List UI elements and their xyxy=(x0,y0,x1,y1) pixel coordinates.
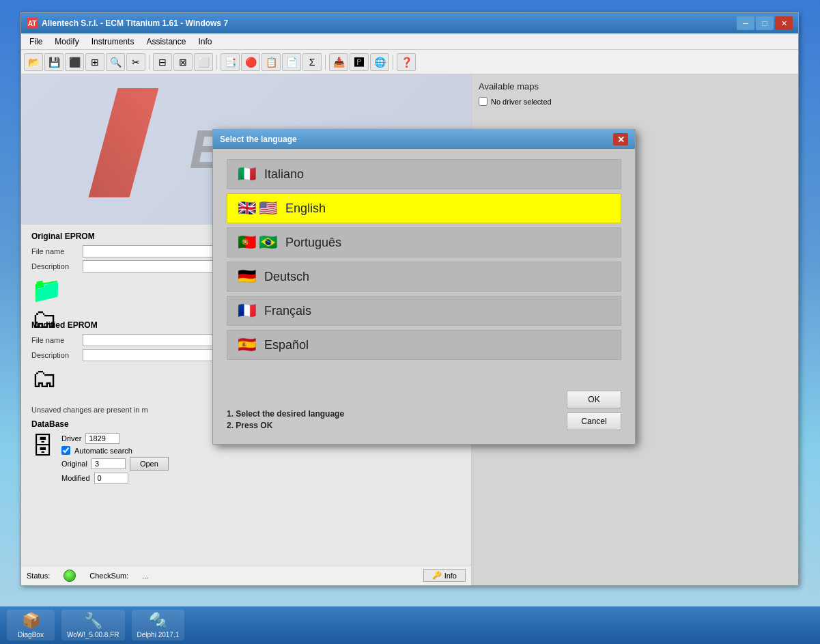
modal-instructions: 1. Select the desired language 2. Press … xyxy=(227,409,344,430)
ecm-logo-accent xyxy=(89,88,159,197)
toolbar-btn-15[interactable]: 📥 xyxy=(329,53,348,71)
flag-fr: 🇫🇷 xyxy=(238,303,256,318)
lang-item-portugues[interactable]: 🇵🇹 🇧🇷 Português xyxy=(227,227,621,257)
toolbar-btn-7[interactable]: ⊟ xyxy=(153,53,172,71)
flag-pt: 🇵🇹 xyxy=(238,235,256,250)
original-folder-icon[interactable]: 🗂 xyxy=(31,276,62,303)
toolbar-btn-5[interactable]: 🔍 xyxy=(106,53,125,71)
no-driver-row: No driver selected xyxy=(479,97,791,106)
taskbar-delphi[interactable]: 🔩 Delphi 2017.1 xyxy=(132,610,185,641)
toolbar-help[interactable]: ❓ xyxy=(397,53,416,71)
toolbar-btn-6[interactable]: ✂ xyxy=(126,53,145,71)
title-bar-left: AT Alientech S.r.l. - ECM Titanium 1.61 … xyxy=(27,18,228,29)
flag-br: 🇧🇷 xyxy=(259,235,277,250)
toolbar-btn-9[interactable]: ⬜ xyxy=(194,53,213,71)
title-bar-controls: ─ □ ✕ xyxy=(737,16,793,30)
app-title: Alientech S.r.l. - ECM Titanium 1.61 - W… xyxy=(42,18,228,28)
toolbar-btn-11[interactable]: 🔴 xyxy=(241,53,260,71)
menu-bar: File Modify Instruments Assistance Info xyxy=(21,33,798,50)
taskbar-wow[interactable]: 🔧 WoW!_5.00.8.FR xyxy=(61,610,125,641)
original-count-row: Original 3 Open xyxy=(61,457,461,471)
lang-item-espanol[interactable]: 🇪🇸 Español xyxy=(227,330,621,360)
espanol-flags: 🇪🇸 xyxy=(238,337,256,352)
toolbar-btn-14[interactable]: Σ xyxy=(302,53,322,71)
taskbar: 📦 DiagBox 🔧 WoW!_5.00.8.FR 🔩 Delphi 2017… xyxy=(0,606,820,644)
taskbar-diagbox[interactable]: 📦 DiagBox xyxy=(7,610,55,641)
status-label: Status: xyxy=(27,572,50,580)
modified-filename-label: File name xyxy=(31,336,83,344)
checksum-value: ... xyxy=(142,572,148,580)
available-maps-title: Available maps xyxy=(479,81,791,92)
toolbar-btn-12[interactable]: 📋 xyxy=(261,53,281,71)
english-flags: 🇬🇧 🇺🇸 xyxy=(238,201,277,216)
ok-button[interactable]: OK xyxy=(567,391,621,408)
modified-count-row: Modified 0 xyxy=(61,473,461,484)
diagbox-icon: 📦 xyxy=(22,612,40,630)
cancel-button[interactable]: Cancel xyxy=(567,412,621,430)
toolbar: 📂 💾 ⬛ ⊞ 🔍 ✂ ⊟ ⊠ ⬜ 📑 🔴 📋 📄 Σ 📥 🅿 🌐 ❓ xyxy=(21,50,798,74)
menu-instruments[interactable]: Instruments xyxy=(86,36,140,48)
lang-item-francais[interactable]: 🇫🇷 Français xyxy=(227,296,621,326)
original-filename-label: File name xyxy=(31,247,83,255)
menu-assistance[interactable]: Assistance xyxy=(141,36,191,48)
modal-buttons: OK Cancel xyxy=(567,391,621,430)
modal-close-button[interactable]: ✕ xyxy=(613,133,628,145)
info-icon: 🔑 xyxy=(432,571,442,580)
toolbar-open[interactable]: 📂 xyxy=(24,53,43,71)
lang-item-english[interactable]: 🇬🇧 🇺🇸 English xyxy=(227,193,621,223)
toolbar-btn-17[interactable]: 🌐 xyxy=(370,53,389,71)
italiano-name: Italiano xyxy=(264,167,610,182)
italiano-flags: 🇮🇹 xyxy=(238,167,256,182)
toolbar-sep-1 xyxy=(149,55,150,70)
wow-icon: 🔧 xyxy=(84,612,102,630)
toolbar-btn-13[interactable]: 📄 xyxy=(282,53,301,71)
espanol-name: Español xyxy=(264,338,610,352)
info-btn-label: Info xyxy=(444,572,457,580)
diagbox-label: DiagBox xyxy=(18,631,44,639)
minimize-button[interactable]: ─ xyxy=(737,16,754,30)
language-list: 🇮🇹 Italiano 🇬🇧 🇺🇸 English 🇵🇹 🇧🇷 xyxy=(227,159,621,360)
toolbar-btn-4[interactable]: ⊞ xyxy=(85,53,104,71)
info-button[interactable]: 🔑 Info xyxy=(423,569,466,582)
toolbar-btn-16[interactable]: 🅿 xyxy=(350,53,369,71)
maximize-button[interactable]: □ xyxy=(756,16,774,30)
database-folder-icon: 🗄 xyxy=(31,433,55,460)
open-button[interactable]: Open xyxy=(130,457,169,471)
toolbar-btn-10[interactable]: 📑 xyxy=(221,53,240,71)
checksum-label: CheckSum: xyxy=(89,572,128,580)
english-name: English xyxy=(285,201,610,216)
language-dialog: Select the language ✕ 🇮🇹 Italiano 🇬🇧 🇺🇸 xyxy=(212,129,636,445)
original-count-label: Original xyxy=(61,460,87,468)
driver-label: Driver xyxy=(61,434,81,443)
menu-info[interactable]: Info xyxy=(193,36,217,48)
flag-de: 🇩🇪 xyxy=(238,269,256,284)
auto-search-label: Automatic search xyxy=(74,447,132,455)
modal-bottom: 1. Select the desired language 2. Press … xyxy=(213,384,635,444)
wow-label: WoW!_5.00.8.FR xyxy=(67,631,119,639)
auto-search-row: Automatic search xyxy=(61,446,461,455)
title-bar: AT Alientech S.r.l. - ECM Titanium 1.61 … xyxy=(21,13,798,33)
menu-modify[interactable]: Modify xyxy=(49,36,84,48)
flag-us: 🇺🇸 xyxy=(259,201,277,216)
driver-value: 1829 xyxy=(85,433,119,444)
delphi-label: Delphi 2017.1 xyxy=(137,631,180,639)
instruction-1: 1. Select the desired language xyxy=(227,409,344,419)
flag-gb: 🇬🇧 xyxy=(238,201,256,216)
close-button[interactable]: ✕ xyxy=(775,16,793,30)
modal-body: 🇮🇹 Italiano 🇬🇧 🇺🇸 English 🇵🇹 🇧🇷 xyxy=(213,149,635,384)
lang-item-deutsch[interactable]: 🇩🇪 Deutsch xyxy=(227,262,621,292)
original-count-value: 3 xyxy=(91,458,126,469)
francais-name: Français xyxy=(264,304,610,318)
no-driver-checkbox[interactable] xyxy=(479,97,487,106)
app-window: AT Alientech S.r.l. - ECM Titanium 1.61 … xyxy=(20,12,799,586)
modal-title-bar: Select the language ✕ xyxy=(213,130,635,149)
toolbar-btn-8[interactable]: ⊠ xyxy=(173,53,193,71)
menu-file[interactable]: File xyxy=(24,36,48,48)
toolbar-save[interactable]: 💾 xyxy=(44,53,63,71)
modified-count-label: Modified xyxy=(61,474,90,482)
toolbar-btn-3[interactable]: ⬛ xyxy=(65,53,84,71)
lang-item-italiano[interactable]: 🇮🇹 Italiano xyxy=(227,159,621,189)
auto-search-checkbox[interactable] xyxy=(61,446,70,455)
original-description-label: Description xyxy=(31,262,83,270)
modified-description-label: Description xyxy=(31,351,83,359)
